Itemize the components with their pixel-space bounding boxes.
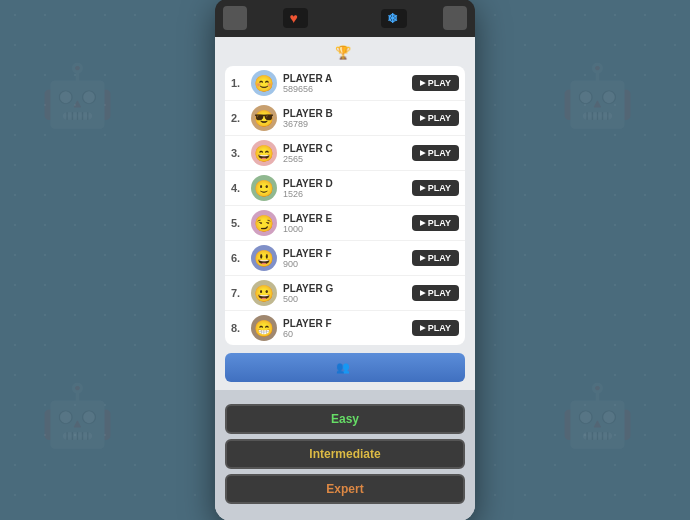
player-score-7: 500 <box>283 294 406 304</box>
back-button[interactable] <box>223 6 247 30</box>
play-button-3[interactable]: PLAY <box>412 145 459 161</box>
player-info-7: PLAYER G 500 <box>283 283 406 304</box>
avatar-7: 😀 <box>251 280 277 306</box>
settings-button[interactable] <box>443 6 467 30</box>
player-score-6: 900 <box>283 259 406 269</box>
leaderboard-wrap: 1. 😊 PLAYER A 589656 PLAY 2. 😎 PLAYER B … <box>225 66 465 345</box>
heart-icon: ♥ <box>289 10 297 26</box>
player-info-5: PLAYER E 1000 <box>283 213 406 234</box>
leaderboard-list: 1. 😊 PLAYER A 589656 PLAY 2. 😎 PLAYER B … <box>225 66 465 345</box>
rank-8: 8. <box>231 322 245 334</box>
avatar-4: 🙂 <box>251 175 277 201</box>
player-info-8: PLAYER F 60 <box>283 318 406 339</box>
player-info-2: PLAYER B 36789 <box>283 108 406 129</box>
leaderboard-row-7: 7. 😀 PLAYER G 500 PLAY <box>225 276 465 311</box>
rank-4: 4. <box>231 182 245 194</box>
timer-display: ❄ <box>381 9 407 28</box>
play-button-4[interactable]: PLAY <box>412 180 459 196</box>
play-button-8[interactable]: PLAY <box>412 320 459 336</box>
play-button-6[interactable]: PLAY <box>412 250 459 266</box>
player-name-4: PLAYER D <box>283 178 406 189</box>
player-score-2: 36789 <box>283 119 406 129</box>
invite-icon: 👥 <box>336 361 350 374</box>
player-score-1: 589656 <box>283 84 406 94</box>
avatar-5: 😏 <box>251 210 277 236</box>
player-info-1: PLAYER A 589656 <box>283 73 406 94</box>
avatar-8: 😁 <box>251 315 277 341</box>
leaderboard-row-6: 6. 😃 PLAYER F 900 PLAY <box>225 241 465 276</box>
leaderboard-row-3: 3. 😄 PLAYER C 2565 PLAY <box>225 136 465 171</box>
leaderboard-section: 🏆 1. 😊 PLAYER A 589656 PLAY 2. 😎 PLAYER … <box>215 37 475 390</box>
play-button-7[interactable]: PLAY <box>412 285 459 301</box>
player-info-4: PLAYER D 1526 <box>283 178 406 199</box>
avatar-1: 😊 <box>251 70 277 96</box>
leaderboard-row-1: 1. 😊 PLAYER A 589656 PLAY <box>225 66 465 101</box>
trophy-icon: 🏆 <box>335 45 351 60</box>
avatar-6: 😃 <box>251 245 277 271</box>
leaderboard-row-4: 4. 🙂 PLAYER D 1526 PLAY <box>225 171 465 206</box>
play-button-2[interactable]: PLAY <box>412 110 459 126</box>
leaderboard-row-5: 5. 😏 PLAYER E 1000 PLAY <box>225 206 465 241</box>
play-button-5[interactable]: PLAY <box>412 215 459 231</box>
avatar-3: 😄 <box>251 140 277 166</box>
leaderboard-header: 🏆 <box>225 45 465 60</box>
rank-7: 7. <box>231 287 245 299</box>
bottom-section: EasyIntermediateExpert <box>215 390 475 520</box>
leaderboard-row-8: 8. 😁 PLAYER F 60 PLAY <box>225 311 465 345</box>
bg-robot-3: 🤖 <box>40 380 115 451</box>
rank-1: 1. <box>231 77 245 89</box>
rank-5: 5. <box>231 217 245 229</box>
player-info-6: PLAYER F 900 <box>283 248 406 269</box>
player-name-2: PLAYER B <box>283 108 406 119</box>
play-button-1[interactable]: PLAY <box>412 75 459 91</box>
player-info-3: PLAYER C 2565 <box>283 143 406 164</box>
invite-friends-button[interactable]: 👥 <box>225 353 465 382</box>
rank-2: 2. <box>231 112 245 124</box>
snowflake-icon: ❄ <box>387 11 398 26</box>
leaderboard-row-2: 2. 😎 PLAYER B 36789 PLAY <box>225 101 465 136</box>
player-name-1: PLAYER A <box>283 73 406 84</box>
score-display: ♥ <box>283 8 307 28</box>
player-score-4: 1526 <box>283 189 406 199</box>
bg-robot-1: 🤖 <box>40 60 115 131</box>
avatar-2: 😎 <box>251 105 277 131</box>
player-score-3: 2565 <box>283 154 406 164</box>
bg-robot-2: 🤖 <box>560 60 635 131</box>
rank-3: 3. <box>231 147 245 159</box>
rank-6: 6. <box>231 252 245 264</box>
difficulty-buttons: EasyIntermediateExpert <box>225 404 465 509</box>
player-name-8: PLAYER F <box>283 318 406 329</box>
player-name-5: PLAYER E <box>283 213 406 224</box>
top-bar: ♥ ❄ <box>215 0 475 37</box>
difficulty-expert-button[interactable]: Expert <box>225 474 465 504</box>
difficulty-easy-button[interactable]: Easy <box>225 404 465 434</box>
difficulty-intermediate-button[interactable]: Intermediate <box>225 439 465 469</box>
player-name-7: PLAYER G <box>283 283 406 294</box>
phone-frame: ♥ ❄ 🏆 1. 😊 PLAYER A 589656 PLAY 2. <box>215 0 475 520</box>
player-score-5: 1000 <box>283 224 406 234</box>
player-name-3: PLAYER C <box>283 143 406 154</box>
player-score-8: 60 <box>283 329 406 339</box>
bg-robot-4: 🤖 <box>560 380 635 451</box>
player-name-6: PLAYER F <box>283 248 406 259</box>
